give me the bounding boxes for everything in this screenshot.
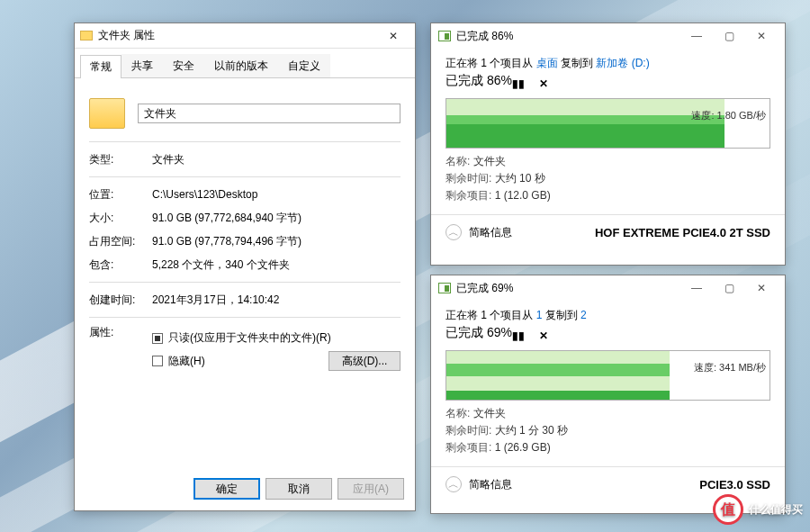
titlebar[interactable]: 文件夹 属性 ✕ [75, 23, 415, 49]
minimize-button[interactable]: — [680, 27, 713, 45]
value-disk: 91.0 GB (97,778,794,496 字节) [152, 234, 400, 249]
watermark-text: 什么值得买 [749, 502, 803, 518]
window-title: 文件夹 属性 [98, 28, 377, 43]
tab-general[interactable]: 常规 [80, 55, 122, 78]
chevron-up-icon[interactable]: ︿ [446, 224, 462, 240]
copy-dialog-1: 已完成 86% — ▢ ✕ 正在将 1 个项目从 桌面 复制到 新加卷 (D:)… [430, 23, 786, 266]
chevron-up-icon[interactable]: ︿ [446, 476, 462, 492]
speed-label: 速度: 1.80 GB/秒 [691, 109, 766, 122]
advanced-button[interactable]: 高级(D)... [328, 351, 400, 371]
meta-time: 剩余时间: 大约 10 秒 [446, 171, 770, 186]
tab-strip: 常规 共享 安全 以前的版本 自定义 [75, 49, 415, 78]
pause-button[interactable]: ▮▮ [512, 77, 525, 90]
tab-security[interactable]: 安全 [163, 54, 204, 77]
value-contains: 5,228 个文件，340 个文件夹 [152, 257, 400, 273]
dest-link[interactable]: 2 [580, 309, 587, 321]
meta-items: 剩余项目: 1 (12.0 GB) [446, 188, 770, 203]
copy-icon [438, 283, 451, 293]
cancel-copy-button[interactable]: ✕ [537, 329, 550, 342]
tab-sharing[interactable]: 共享 [122, 54, 163, 77]
label-created: 创建时间: [89, 293, 152, 308]
pause-button[interactable]: ▮▮ [512, 329, 525, 342]
source-line: 正在将 1 个项目从 1 复制到 2 [446, 308, 770, 323]
tab-previous[interactable]: 以前的版本 [204, 54, 278, 77]
value-created: 2021年3月17日，14:10:42 [152, 293, 400, 308]
dest-link[interactable]: 新加卷 (D:) [596, 57, 649, 69]
tab-custom[interactable]: 自定义 [278, 54, 330, 77]
meta-name: 名称: 文件夹 [446, 406, 770, 421]
folder-icon [80, 31, 93, 41]
label-location: 位置: [89, 187, 152, 203]
meta-name: 名称: 文件夹 [446, 154, 770, 169]
apply-button[interactable]: 应用(A) [338, 478, 404, 500]
minimize-button[interactable]: — [680, 279, 713, 297]
hidden-label: 隐藏(H) [168, 354, 205, 369]
label-type: 类型: [89, 152, 152, 167]
window-title: 已完成 69% [456, 281, 513, 296]
label-attr: 属性: [89, 325, 152, 340]
speed-graph: 速度: 1.80 GB/秒 [446, 98, 770, 149]
cancel-copy-button[interactable]: ✕ [537, 77, 550, 90]
value-location: C:\Users\123\Desktop [152, 188, 400, 201]
label-size: 大小: [89, 211, 152, 226]
folder-name-input[interactable] [138, 104, 400, 123]
titlebar[interactable]: 已完成 69% — ▢ ✕ [431, 275, 785, 301]
maximize-button[interactable]: ▢ [713, 27, 745, 45]
readonly-label: 只读(仅应用于文件夹中的文件)(R) [168, 330, 331, 346]
watermark: 值 什么值得买 [713, 494, 803, 525]
meta-items: 剩余项目: 1 (26.9 GB) [446, 440, 770, 455]
maximize-button[interactable]: ▢ [713, 279, 745, 297]
speed-label: 速度: 341 MB/秒 [694, 361, 766, 374]
percent-line: 已完成 86% [446, 73, 512, 89]
speed-graph: 速度: 341 MB/秒 [446, 350, 770, 401]
folder-large-icon [89, 98, 125, 129]
copy-dialog-2: 已完成 69% — ▢ ✕ 正在将 1 个项目从 1 复制到 2 已完成 69%… [430, 275, 786, 514]
label-contains: 包含: [89, 257, 152, 273]
hidden-row[interactable]: 隐藏(H) [152, 354, 205, 369]
readonly-checkbox[interactable] [152, 333, 163, 344]
properties-window: 文件夹 属性 ✕ 常规 共享 安全 以前的版本 自定义 类型:文件夹 位置:C:… [74, 23, 416, 511]
window-title: 已完成 86% [456, 29, 513, 44]
close-button[interactable]: ✕ [745, 27, 778, 45]
source-link[interactable]: 桌面 [536, 57, 558, 69]
titlebar[interactable]: 已完成 86% — ▢ ✕ [431, 23, 785, 49]
annotation-text: PCIE3.0 SSD [699, 478, 770, 491]
brief-info-link[interactable]: 简略信息 [469, 225, 512, 240]
value-size: 91.0 GB (97,772,684,940 字节) [152, 211, 400, 226]
annotation-text: HOF EXTREME PCIE4.0 2T SSD [595, 226, 770, 239]
meta-time: 剩余时间: 大约 1 分 30 秒 [446, 423, 770, 438]
cancel-button[interactable]: 取消 [266, 478, 332, 500]
watermark-badge-icon: 值 [713, 494, 743, 525]
readonly-row[interactable]: 只读(仅应用于文件夹中的文件)(R) [152, 330, 400, 346]
source-line: 正在将 1 个项目从 桌面 复制到 新加卷 (D:) [446, 56, 770, 71]
ok-button[interactable]: 确定 [194, 478, 260, 500]
close-button[interactable]: ✕ [745, 279, 778, 297]
hidden-checkbox[interactable] [152, 356, 163, 366]
brief-info-link[interactable]: 简略信息 [469, 477, 512, 492]
close-button[interactable]: ✕ [377, 27, 410, 45]
label-disk: 占用空间: [89, 234, 152, 249]
value-type: 文件夹 [152, 152, 400, 167]
copy-icon [438, 31, 451, 41]
percent-line: 已完成 69% [446, 325, 512, 341]
